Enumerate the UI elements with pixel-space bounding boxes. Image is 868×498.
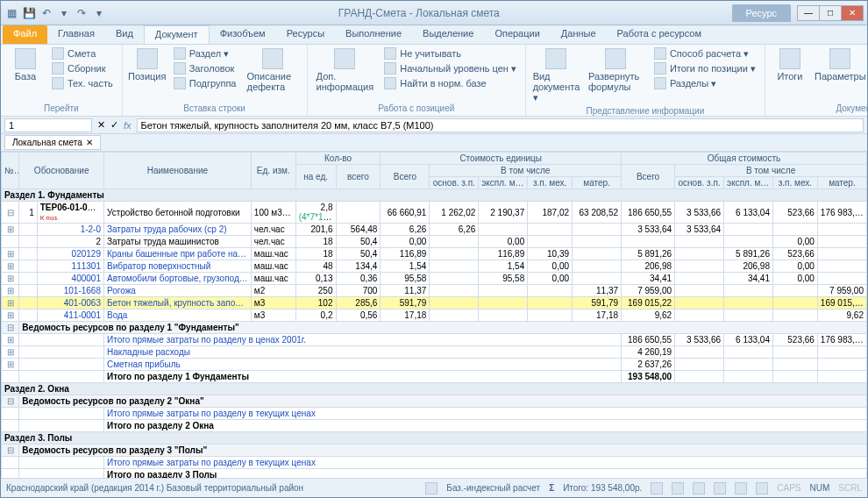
close-tab-icon[interactable]: ✕: [86, 138, 93, 147]
smeta-button[interactable]: Смета: [48, 46, 117, 60]
col-stoim-ed[interactable]: Стоимость единицы: [381, 153, 622, 165]
cell-reference-input[interactable]: 1: [4, 118, 92, 132]
undo-icon[interactable]: ↶: [39, 6, 53, 20]
table-row[interactable]: ⊞401-0063Бетон тяжелый, крупность заполн…: [2, 297, 867, 309]
table-row[interactable]: ⊞1-2-0Затраты труда рабочих (ср 2)чел.ча…: [2, 224, 867, 236]
table-icon: [545, 48, 566, 69]
table-row[interactable]: Итого по разделу 3 Полы: [2, 469, 867, 479]
estimate-grid[interactable]: № п.п Обоснование Наименование Ед. изм. …: [1, 152, 867, 478]
table-row[interactable]: 2Затраты труда машинистовчел.час1850,40,…: [2, 236, 867, 248]
col-obosn[interactable]: Обоснование: [19, 153, 104, 189]
table-row[interactable]: Итого по разделу 1 Фундаменты193 548,00: [2, 371, 867, 383]
sections-button[interactable]: Разделы ▾: [651, 76, 759, 90]
dropdown-icon[interactable]: ▾: [92, 6, 106, 20]
sb-icon[interactable]: [672, 482, 684, 494]
position-button[interactable]: Позиция: [128, 46, 167, 103]
table-row[interactable]: ⊞400001Автомобили бортовые, грузоподъема…: [2, 273, 867, 285]
table-row[interactable]: Раздел 1. Фундаменты: [2, 189, 867, 202]
position-icon: [137, 48, 158, 69]
grid-area[interactable]: № п.п Обоснование Наименование Ед. изм. …: [1, 152, 867, 478]
table-row[interactable]: ⊟1ТЕР06-01-001-01К поз.Устройство бетонн…: [2, 202, 867, 224]
tab-view[interactable]: Вид: [105, 25, 144, 44]
heading-button[interactable]: Заголовок: [170, 61, 240, 75]
info-icon: [334, 48, 355, 69]
col-obsch[interactable]: Общая стоимость: [622, 153, 867, 165]
table-row[interactable]: Итого прямые затраты по разделу в текущи…: [2, 408, 867, 420]
status-calc-mode: Баз.-индексный расчет: [446, 483, 540, 493]
sb-icon[interactable]: [735, 482, 747, 494]
table-row[interactable]: ⊟Ведомость ресурсов по разделу 3 "Полы": [2, 445, 867, 457]
tab-main[interactable]: Главная: [47, 25, 105, 44]
subgroup-button[interactable]: Подгруппа: [170, 76, 240, 90]
sb-icon[interactable]: [756, 482, 768, 494]
ribbon-group-document: Итоги Параметры Справочники ▾ Документ: [765, 45, 868, 116]
expand-formulas-button[interactable]: Развернуть формулы: [585, 46, 647, 105]
sbornik-button[interactable]: Сборник: [48, 61, 117, 75]
close-button[interactable]: ✕: [841, 5, 864, 21]
table-row[interactable]: Раздел 2. Окна: [2, 383, 867, 395]
cancel-icon[interactable]: ✕: [97, 119, 105, 131]
contextual-tab-resource[interactable]: Ресурс: [732, 4, 791, 22]
exclude-button[interactable]: Не учитывать: [381, 46, 520, 60]
base-button[interactable]: База: [6, 46, 45, 103]
table-row[interactable]: ⊞411-0001Водам30,20,5617,1817,189,629,62: [2, 309, 867, 322]
window-title: ГРАНД-Смета - Локальная смета: [106, 7, 732, 19]
price-level-button[interactable]: Начальный уровень цен ▾: [381, 61, 520, 75]
sb-icon[interactable]: [714, 482, 726, 494]
sb-icon[interactable]: [651, 482, 663, 494]
document-tabs: Локальная смета✕: [1, 134, 867, 152]
tab-execution[interactable]: Выполнение: [335, 25, 412, 44]
col-pp[interactable]: № п.п: [2, 153, 19, 189]
table-row[interactable]: Итого по разделу 2 Окна: [2, 420, 867, 432]
tab-operations[interactable]: Операции: [484, 25, 550, 44]
doc-tab-local-estimate[interactable]: Локальная смета✕: [4, 135, 101, 150]
minimize-button[interactable]: —: [797, 5, 820, 21]
calc-method-button[interactable]: Способ расчета ▾: [651, 46, 759, 60]
table-row[interactable]: Итого прямые затраты по разделу в текущи…: [2, 457, 867, 469]
totals-button[interactable]: Итоги: [771, 46, 809, 103]
ribbon-group-goto: База Смета Сборник Тех. часть Перейти: [1, 45, 123, 116]
tab-resource-work[interactable]: Работа с ресурсом: [607, 25, 712, 44]
maximize-button[interactable]: □: [819, 5, 842, 21]
status-num: NUM: [810, 483, 830, 493]
table-row[interactable]: ⊞101-1668Рогожам225070011,3711,377 959,0…: [2, 285, 867, 297]
save-icon[interactable]: 💾: [22, 6, 36, 20]
table-row[interactable]: ⊟Ведомость ресурсов по разделу 2 "Окна": [2, 395, 867, 408]
titlebar: ▦ 💾 ↶ ▾ ↷ ▾ ГРАНД-Смета - Локальная смет…: [1, 1, 867, 25]
extra-info-button[interactable]: Доп. информация: [313, 46, 378, 103]
tab-resources[interactable]: Ресурсы: [276, 25, 335, 44]
accept-icon[interactable]: ✓: [110, 119, 118, 131]
tab-data[interactable]: Данные: [551, 25, 607, 44]
table-row[interactable]: ⊞Итого прямые затраты по разделу в ценах…: [2, 334, 867, 346]
position-totals-button[interactable]: Итоги по позиции ▾: [651, 61, 759, 75]
quick-access-toolbar: ▦ 💾 ↶ ▾ ↷ ▾: [4, 6, 106, 20]
col-naimen[interactable]: Наименование: [103, 153, 251, 189]
tab-document[interactable]: Документ: [144, 25, 210, 44]
col-kolvo[interactable]: Кол-во: [295, 153, 381, 165]
table-row[interactable]: Раздел 3. Полы: [2, 432, 867, 445]
doc-view-button[interactable]: Вид документа ▾: [531, 46, 581, 105]
tab-fizobem[interactable]: Физобъем: [210, 25, 276, 44]
tab-selection[interactable]: Выделение: [412, 25, 484, 44]
tab-file[interactable]: Файл: [3, 25, 47, 44]
dropdown-icon[interactable]: ▾: [57, 6, 71, 20]
col-ed[interactable]: Ед. изм.: [251, 153, 295, 189]
status-total: Итого: 193 548,00р.: [563, 483, 642, 493]
table-row[interactable]: ⊞020129Краны башенные при работе на друм…: [2, 248, 867, 260]
table-row[interactable]: ⊞Сметная прибыль2 637,26: [2, 359, 867, 371]
calc-mode-icon[interactable]: [425, 482, 438, 494]
find-in-base-button[interactable]: Найти в норм. базе: [381, 76, 520, 90]
table-row[interactable]: ⊞Накладные расходы4 260,19: [2, 346, 867, 359]
redo-icon[interactable]: ↷: [75, 6, 89, 20]
formula-icon: [605, 48, 626, 69]
tech-part-button[interactable]: Тех. часть: [48, 76, 117, 90]
formula-input[interactable]: Бетон тяжелый, крупность заполнителя 20 …: [137, 118, 864, 132]
params-button[interactable]: Параметры: [813, 46, 868, 103]
status-caps: CAPS: [777, 483, 800, 493]
table-row[interactable]: ⊟Ведомость ресурсов по разделу 1 "Фундам…: [2, 322, 867, 334]
defect-desc-button: Описание дефекта: [243, 46, 301, 103]
table-row[interactable]: ⊞111301Вибратор поверхностныймаш.час4813…: [2, 260, 867, 273]
ribbon-group-presentation: Вид документа ▾ Развернуть формулы Спосо…: [526, 45, 765, 116]
section-button[interactable]: Раздел ▾: [170, 46, 240, 60]
sb-icon[interactable]: [693, 482, 705, 494]
